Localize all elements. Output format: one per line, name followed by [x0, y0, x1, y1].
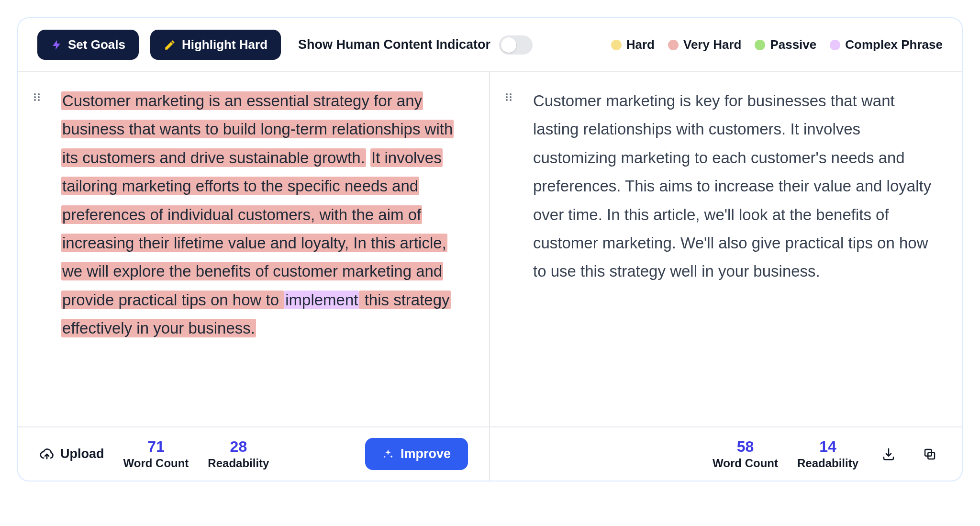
legend-passive: Passive [755, 37, 816, 52]
word-count-value: 58 [713, 438, 778, 456]
readability-stat: 14 Readability [797, 438, 858, 470]
svg-point-9 [510, 93, 512, 95]
download-button[interactable] [878, 443, 900, 465]
footers: Upload 71 Word Count 28 Readability Impr… [18, 426, 962, 481]
svg-point-7 [506, 96, 508, 98]
legend-very-hard: Very Hard [668, 37, 741, 52]
readability-stat: 28 Readability [208, 438, 269, 470]
dot-icon [755, 40, 765, 50]
readability-value: 28 [208, 438, 269, 456]
highlight-hard-label: Highlight Hard [182, 37, 267, 52]
svg-point-5 [38, 99, 40, 101]
set-goals-button[interactable]: Set Goals [37, 30, 139, 60]
lightning-icon [51, 39, 62, 51]
input-footer: Upload 71 Word Count 28 Readability Impr… [18, 427, 490, 481]
text-segment[interactable]: implement [284, 291, 359, 309]
readability-value: 14 [797, 438, 858, 456]
output-text[interactable]: Customer marketing is key for businesses… [533, 87, 939, 286]
copy-button[interactable] [919, 443, 941, 465]
dot-icon [830, 40, 840, 50]
human-content-toggle[interactable] [499, 35, 533, 55]
readability-label: Readability [208, 457, 269, 470]
human-content-toggle-group: Show Human Content Indicator [298, 35, 533, 55]
output-stats: 58 Word Count 14 Readability [713, 438, 858, 470]
svg-point-0 [34, 93, 36, 95]
legend-hard: Hard [611, 37, 655, 52]
readability-label: Readability [797, 457, 858, 470]
input-panel: Customer marketing is an essential strat… [18, 72, 490, 426]
word-count-stat: 71 Word Count [123, 438, 189, 470]
dot-icon [611, 40, 622, 50]
highlight-hard-button[interactable]: Highlight Hard [150, 30, 281, 60]
text-segment[interactable] [366, 149, 370, 167]
legend: Hard Very Hard Passive Complex Phrase [611, 37, 943, 52]
download-icon [881, 447, 896, 461]
upload-label: Upload [60, 447, 104, 461]
svg-point-11 [510, 99, 512, 101]
input-editor[interactable]: Customer marketing is an essential strat… [61, 87, 466, 343]
dot-icon [668, 40, 679, 50]
word-count-label: Word Count [123, 457, 189, 470]
svg-point-2 [34, 99, 36, 101]
legend-passive-label: Passive [770, 37, 816, 52]
output-panel: Customer marketing is key for businesses… [490, 72, 962, 426]
text-segment[interactable]: It involves tailoring marketing efforts … [61, 148, 447, 309]
improve-button[interactable]: Improve [365, 438, 468, 470]
output-footer: 58 Word Count 14 Readability [490, 427, 962, 481]
toggle-knob [501, 37, 516, 53]
human-content-label: Show Human Content Indicator [298, 37, 490, 52]
word-count-stat: 58 Word Count [713, 438, 778, 470]
set-goals-label: Set Goals [68, 37, 125, 52]
svg-point-1 [34, 96, 36, 98]
svg-point-10 [510, 96, 512, 98]
legend-hard-label: Hard [626, 37, 655, 52]
svg-point-8 [506, 99, 508, 101]
drag-handle-icon[interactable] [32, 91, 43, 103]
sparkle-icon [382, 448, 394, 460]
word-count-label: Word Count [713, 457, 778, 470]
toolbar: Set Goals Highlight Hard Show Human Cont… [18, 18, 962, 72]
panels: Customer marketing is an essential strat… [18, 72, 962, 426]
app-container: Set Goals Highlight Hard Show Human Cont… [17, 17, 963, 481]
word-count-value: 71 [123, 438, 189, 456]
svg-point-3 [38, 93, 40, 95]
legend-complex-phrase: Complex Phrase [830, 37, 943, 52]
legend-complex-phrase-label: Complex Phrase [845, 37, 943, 52]
highlighter-icon [164, 39, 176, 51]
svg-point-6 [506, 93, 508, 95]
cloud-upload-icon [39, 447, 55, 462]
svg-point-4 [38, 96, 40, 98]
improve-label: Improve [401, 447, 451, 461]
upload-button[interactable]: Upload [39, 447, 104, 462]
legend-very-hard-label: Very Hard [683, 37, 741, 52]
drag-handle-icon[interactable] [503, 91, 515, 103]
copy-icon [923, 447, 937, 461]
